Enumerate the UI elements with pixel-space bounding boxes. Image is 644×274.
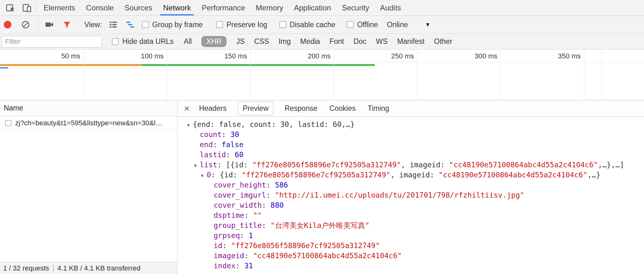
overview-tick-label: 250 ms: [341, 52, 414, 60]
tree-text: list: [200, 161, 217, 169]
tab-security[interactable]: Security: [337, 0, 375, 15]
tree-text: count: [200, 130, 222, 139]
show-overview-button[interactable]: [125, 20, 135, 29]
funnel-icon: [62, 20, 72, 29]
filter-type-js[interactable]: JS: [236, 36, 245, 47]
filter-type-font[interactable]: Font: [330, 36, 344, 47]
filter-type-manifest[interactable]: Manifest: [397, 36, 425, 47]
clear-button[interactable]: [22, 21, 29, 28]
filter-type-doc[interactable]: Doc: [354, 36, 367, 47]
overview-tick-label: 200 ms: [258, 52, 331, 60]
overview-tick-label: 150 ms: [174, 52, 247, 60]
tree-row[interactable]: id: "ff276e8056f58896e7cf92505a312749": [178, 241, 644, 251]
tab-application[interactable]: Application: [289, 0, 336, 15]
request-checkbox[interactable]: [5, 120, 11, 126]
disable-cache-checkbox[interactable]: [279, 21, 286, 28]
tree-row[interactable]: ▼list: [{id: "ff276e8056f58896e7cf92505a…: [178, 160, 644, 170]
tree-text: cover_height: [214, 181, 266, 189]
capture-screenshots-button[interactable]: [44, 20, 54, 30]
filter-type-img[interactable]: Img: [279, 36, 291, 47]
tree-row[interactable]: ▼0: {id: "ff276e8056f58896e7cf92505a3127…: [178, 170, 644, 180]
detail-tab-timing[interactable]: Timing: [367, 102, 390, 115]
hide-data-urls-checkbox[interactable]: [112, 38, 119, 45]
throttling-select[interactable]: Online ▼: [387, 21, 430, 29]
tree-row[interactable]: cover_width: 880: [178, 200, 644, 210]
group-by-frame-checkbox[interactable]: [142, 21, 149, 28]
name-column-header[interactable]: Name: [0, 100, 177, 116]
tree-row[interactable]: cover_imgurl: "http://i1.umei.cc/uploads…: [178, 190, 644, 200]
tree-row[interactable]: group_title: "台湾美女Kila户外唯美写真": [178, 220, 644, 230]
filter-type-css[interactable]: CSS: [254, 36, 269, 47]
tree-text: "cc48190e57100864abc4d55a2c4104c6": [449, 161, 598, 169]
tree-text: :: [213, 140, 222, 149]
overview-gridline: [501, 50, 501, 100]
tree-row[interactable]: count: 30: [178, 129, 644, 140]
tree-row[interactable]: end: false: [178, 140, 644, 150]
overview-bar-blue: [0, 67, 8, 68]
tree-row[interactable]: dsptime: "": [178, 210, 644, 220]
overview-bar-green: [142, 64, 375, 66]
overview-gridline: [167, 50, 167, 100]
preserve-log-checkbox[interactable]: [216, 21, 223, 28]
tree-text: "": [253, 211, 262, 219]
request-name: zj?ch=beauty&t1=595&listtype=new&sn=30&l…: [15, 119, 162, 127]
tree-row[interactable]: lastid: 60: [178, 150, 644, 160]
filter-type-all[interactable]: All: [184, 36, 192, 47]
disable-cache-toggle[interactable]: Disable cache: [279, 21, 335, 29]
tree-text: :: [222, 130, 230, 139]
offline-toggle[interactable]: Offline: [347, 21, 378, 29]
tree-text: :: [235, 262, 244, 270]
group-by-frame-toggle[interactable]: Group by frame: [142, 21, 203, 29]
expand-arrow-icon[interactable]: ▼: [191, 161, 200, 171]
preserve-log-toggle[interactable]: Preserve log: [216, 21, 267, 29]
tree-row[interactable]: imageid: "cc48190e57100864abc4d55a2c4104…: [178, 251, 644, 261]
tab-audits[interactable]: Audits: [374, 0, 406, 15]
filter-type-media[interactable]: Media: [300, 36, 320, 47]
inspect-element-button[interactable]: [4, 2, 17, 14]
filter-type-other[interactable]: Other: [434, 36, 453, 47]
view-label: View:: [84, 21, 102, 29]
request-list-body: zj?ch=beauty&t1=595&listtype=new&sn=30&l…: [0, 116, 177, 130]
tab-sources[interactable]: Sources: [119, 0, 158, 15]
tree-text: cover_imgurl: [214, 191, 266, 199]
network-overview[interactable]: 50 ms100 ms150 ms200 ms250 ms300 ms350 m…: [0, 50, 644, 100]
expand-arrow-icon[interactable]: ▼: [198, 171, 207, 181]
tree-row[interactable]: ▼{end: false, count: 30, lastid: 60,…}: [178, 119, 644, 129]
offline-checkbox[interactable]: [347, 21, 354, 28]
tree-text: :: [262, 201, 270, 209]
tree-text: :: [226, 151, 235, 159]
detail-tab-preview[interactable]: Preview: [238, 102, 273, 115]
record-button[interactable]: [4, 21, 11, 28]
tree-row[interactable]: cover_height: 586: [178, 180, 644, 190]
tree-row[interactable]: index: 31: [178, 261, 644, 271]
hide-data-urls-label: Hide data URLs: [122, 37, 173, 46]
tree-text: 30: [230, 130, 239, 139]
filter-button[interactable]: [62, 20, 72, 29]
disable-cache-label: Disable cache: [290, 21, 335, 29]
tree-text: grpseq: [214, 231, 240, 240]
expand-arrow-icon[interactable]: ▼: [184, 120, 193, 130]
tab-network[interactable]: Network: [158, 0, 196, 15]
tab-memory[interactable]: Memory: [251, 0, 289, 15]
device-toolbar-button[interactable]: [20, 2, 33, 14]
small-request-rows-button[interactable]: [108, 20, 118, 29]
preview-tree[interactable]: ▼{end: false, count: 30, lastid: 60,…}co…: [178, 117, 644, 274]
filter-type-xhr[interactable]: XHR: [201, 36, 227, 47]
request-row[interactable]: zj?ch=beauty&t1=595&listtype=new&sn=30&l…: [0, 116, 177, 130]
detail-tab-response[interactable]: Response: [284, 102, 318, 115]
tab-console[interactable]: Console: [81, 0, 119, 15]
tree-row[interactable]: grpseq: 1: [178, 230, 644, 241]
detail-tab-headers[interactable]: Headers: [198, 102, 227, 115]
tree-text: 1: [249, 231, 253, 240]
tab-elements[interactable]: Elements: [38, 0, 81, 15]
close-detail-button[interactable]: ×: [183, 104, 191, 113]
tab-performance[interactable]: Performance: [196, 0, 250, 15]
status-separator: [53, 265, 54, 272]
filter-type-ws[interactable]: WS: [376, 36, 388, 47]
detail-tab-cookies[interactable]: Cookies: [329, 102, 356, 115]
filter-input[interactable]: [1, 36, 102, 48]
tree-text: "http://i1.umei.cc/uploads/tu/201701/798…: [275, 191, 524, 199]
detail-tab-strip: HeadersPreviewResponseCookiesTiming: [198, 102, 390, 115]
status-bar: 1 / 32 requests 4.1 KB / 4.1 KB transfer…: [0, 262, 177, 274]
hide-data-urls-toggle[interactable]: Hide data URLs: [112, 37, 173, 46]
